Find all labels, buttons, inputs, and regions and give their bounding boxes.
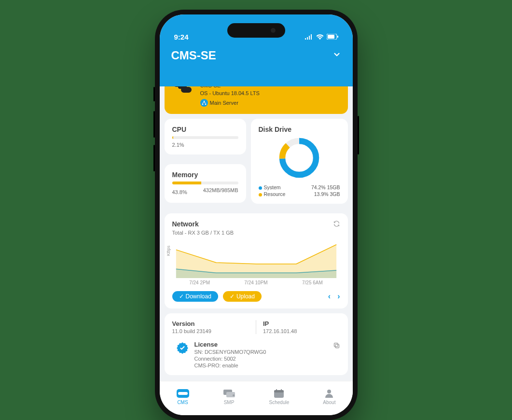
svg-rect-17 [274,390,284,392]
chart-next-icon[interactable]: › [337,292,340,301]
disk-resource-label: Resource [264,191,286,197]
svg-rect-18 [276,389,277,391]
network-ylabel: KBps [166,246,171,256]
cpu-title: CPU [172,126,238,133]
memory-detail: 432MB/985MB [203,187,238,193]
svg-point-4 [203,101,205,102]
svg-rect-10 [335,344,339,348]
xtick-0: 7/24 2PM [189,280,210,285]
tab-about-label: About [323,400,335,405]
cms-icon [177,389,189,398]
battery-icon [327,33,338,41]
wifi-icon [316,33,324,41]
svg-point-6 [205,104,206,105]
chevron-down-icon[interactable] [332,50,341,61]
disk-title: Disk Drive [259,126,340,133]
refresh-icon[interactable] [333,220,340,229]
sitemap-icon [200,99,208,107]
cpu-card: CPU 2.1% [165,119,246,154]
disk-system-size: 15GB [327,184,340,190]
version-value: 11.0 build 23149 [172,328,249,334]
network-card: Network Total - RX 3 GB / TX 1 GB KBps 7… [165,213,348,308]
verified-icon [176,342,189,354]
copy-icon[interactable] [333,342,340,351]
disk-card: Disk Drive System 74.2% 15GB Resource [251,119,348,204]
svg-point-20 [327,390,331,393]
status-time: 9:24 [174,33,189,41]
tab-bar: CMS SMP Schedule About [160,381,353,415]
tab-cms-label: CMS [177,400,188,405]
svg-rect-1 [328,35,334,39]
phone-notch [227,23,285,38]
disk-resource-size: 3GB [330,191,340,197]
smp-icon [223,389,235,398]
download-label: Download [186,293,211,300]
svg-point-5 [202,104,203,105]
xtick-1: 7/24 10PM [244,280,267,285]
ip-title: IP [263,320,340,327]
tab-smp[interactable]: SMP [223,389,235,405]
xtick-2: 7/25 6AM [302,280,323,285]
license-sn: SN: DCSENYGNMO7QRWG0 [194,349,266,355]
memory-title: Memory [172,171,238,179]
info-card: Version 11.0 build 23149 IP 172.16.101.4… [165,313,348,375]
download-chip[interactable]: ✓Download [172,291,218,302]
calendar-icon [273,389,285,398]
signal-icon [305,33,313,41]
disk-system-label: System [264,184,281,190]
disk-donut-chart [277,136,321,180]
ip-value: 172.16.101.48 [263,328,340,334]
svg-rect-11 [334,343,338,347]
cpu-percent: 2.1% [172,142,238,148]
tab-smp-label: SMP [224,400,235,405]
license-connection: Connection: 5002 [194,356,266,362]
page-title: CMS-SE [171,49,216,62]
network-title: Network [172,220,340,228]
model-role: Main Server [210,100,238,106]
disk-resource-pct: 13.9% [314,191,329,197]
svg-rect-19 [281,389,282,391]
app-header: CMS-SE [160,44,353,86]
license-cmspro: CMS-PRO: enable [194,363,266,368]
person-icon [323,389,335,398]
tab-cms[interactable]: CMS [177,389,189,405]
tab-schedule-label: Schedule [269,400,290,405]
license-title: License [194,341,266,348]
network-chart: KBps [170,239,342,278]
chart-prev-icon[interactable]: ‹ [328,292,331,301]
version-title: Version [172,320,249,327]
tab-about[interactable]: About [323,389,335,405]
upload-label: Upload [236,293,255,300]
svg-point-15 [233,394,235,396]
svg-rect-2 [337,36,338,38]
disk-system-pct: 74.2% [311,184,326,190]
upload-chip[interactable]: ✓Upload [223,291,262,302]
memory-card: Memory 43.8% 432MB/985MB [165,164,246,203]
memory-percent: 43.8% [172,189,187,195]
network-total: Total - RX 3 GB / TX 1 GB [172,230,340,236]
tab-schedule[interactable]: Schedule [269,389,290,405]
model-os: OS - Ubuntu 18.04.5 LTS [200,90,260,96]
